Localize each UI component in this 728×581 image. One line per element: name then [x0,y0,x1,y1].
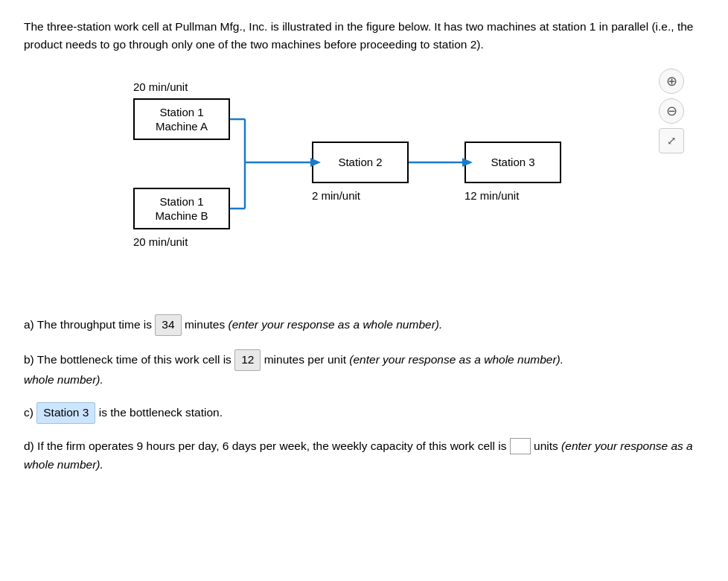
question-c-prefix: c) [24,406,33,419]
question-c: c) Station 3 is the bottleneck station. [24,402,694,424]
answer-c-box[interactable]: Station 3 [36,402,95,424]
answer-a-box[interactable]: 34 [155,314,181,336]
question-a-prefix: a) The throughput time is [24,318,152,331]
question-d-prefix: d) If the firm operates 9 hours per day,… [24,439,506,452]
station-3-label: Station 3 [491,155,534,170]
zoom-out-button[interactable]: ⊖ [659,98,684,124]
diagram-area: Station 1Machine A Station 1Machine B St… [44,69,684,307]
rate-1a-label: 20 min/unit [133,80,188,93]
fit-icon: ⤢ [667,134,677,147]
zoom-in-button[interactable]: ⊕ [659,69,684,94]
intro-paragraph: The three-station work cell at Pullman M… [24,18,694,54]
station-2-label: Station 2 [338,155,382,170]
zoom-controls: ⊕ ⊖ ⤢ [659,69,684,153]
station-2-box: Station 2 [312,142,409,183]
question-d: d) If the firm operates 9 hours per day,… [24,437,694,474]
question-c-suffix: is the bottleneck station. [99,406,223,419]
question-a-suffix-text: minutes [185,318,225,331]
rate-2-label: 2 min/unit [312,189,360,202]
station-1b-label: Station 1Machine B [156,194,208,223]
rate-1b-label: 20 min/unit [133,235,188,248]
answer-b-box[interactable]: 12 [234,349,261,371]
zoom-out-icon: ⊖ [666,103,677,119]
question-a-italic: (enter your response as a whole number). [229,318,443,331]
station-1a-box: Station 1Machine A [133,98,230,140]
question-b-italic: (enter your response as a whole number). [349,353,563,366]
question-d-suffix-text: units [534,439,558,452]
rate-3-label: 12 min/unit [464,189,519,202]
question-b-italic2: whole number). [24,373,103,386]
question-b-prefix: b) The bottleneck time of this work cell… [24,353,232,366]
zoom-in-icon: ⊕ [666,73,677,89]
answer-d-input[interactable] [510,438,531,454]
station-3-box: Station 3 [464,142,561,183]
station-1b-box: Station 1Machine B [133,188,230,229]
question-b-suffix-text: minutes per unit [264,353,346,366]
fit-button[interactable]: ⤢ [659,128,684,153]
question-b: b) The bottleneck time of this work cell… [24,349,694,390]
question-a: a) The throughput time is 34 minutes (en… [24,314,694,336]
station-1a-label: Station 1Machine A [156,105,208,134]
